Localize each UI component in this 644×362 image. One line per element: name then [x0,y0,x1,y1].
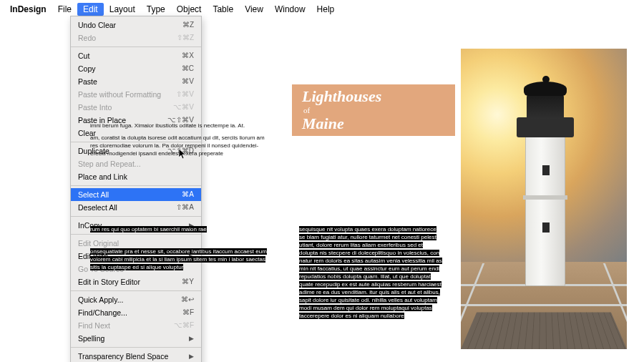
menu-item-label: Edit in Story Editor [78,277,140,287]
menu-view[interactable]: View [239,3,269,16]
menu-shortcut: ⌘F [182,308,194,318]
highlighted-text[interactable]: rum res qui quo optatem bi saerchil maio… [90,226,207,233]
menu-shortcut: ⇧⌘A [176,202,194,212]
menu-edit[interactable]: Edit [77,3,104,16]
menu-item-label: Paste [78,77,97,87]
lighthouse-tower [525,136,565,286]
menu-item-quick-apply[interactable]: Quick Apply...⌘↩ [71,293,201,306]
menu-item-paste[interactable]: Paste⌘V [71,75,201,88]
menu-shortcut: ⌥⌘F [174,321,194,331]
menu-item-select-all[interactable]: Select All⌘A [71,188,201,201]
menu-item-find-change[interactable]: Find/Change...⌘F [71,306,201,319]
menu-item-label: Quick Apply... [78,295,123,305]
lighthouse-cap [524,82,567,96]
menu-separator [71,47,201,47]
pier [461,313,627,349]
menu-type[interactable]: Type [141,3,171,16]
menu-table[interactable]: Table [207,3,239,16]
menu-shortcut: ⌘↩ [181,295,194,305]
menu-item-label: Redo [78,33,96,43]
menu-shortcut: ⌘Z [182,20,194,30]
menu-item-undo-clear[interactable]: Undo Clear⌘Z [71,19,201,31]
paragraph: imni berum fuga. Ximaior ibustiotis odit… [90,122,269,129]
menu-item-label: Spelling [78,333,104,343]
menu-item-transparency-blend-space[interactable]: Transparency Blend Space▶ [71,350,201,362]
menu-item-edit-in-story-editor[interactable]: Edit in Story Editor⌘Y [71,275,201,288]
menu-item-place-and-link[interactable]: Place and Link [71,170,201,183]
menu-item-find-next: Find Next⌥⌘F [71,319,201,332]
menu-item-label: Undo Clear [78,20,116,30]
menu-shortcut: ⌘V [182,77,194,87]
menu-shortcut: ⌥⌘V [173,102,194,112]
menu-item-label: Deselect All [78,202,117,212]
menu-shortcut: ⇧⌘Z [177,33,194,43]
menu-layout[interactable]: Layout [104,3,141,16]
menu-shortcut: ⌘C [182,64,194,74]
window [542,165,550,175]
lighthouse-finial [542,76,550,83]
menu-item-paste-into: Paste Into⌥⌘V [71,101,201,114]
menu-item-redo: Redo⇧⌘Z [71,31,201,44]
title-line-1: Lighthouses [302,89,455,104]
menu-item-label: Paste without Formatting [78,89,161,99]
document-text-block-3: sequisque nit volupta quaes exera dolupt… [299,225,442,320]
menu-separator [71,290,201,291]
menu-item-cut[interactable]: Cut⌘X [71,49,201,62]
menu-item-label: Find Next [78,321,110,331]
menu-separator [71,185,201,186]
menubar: InDesign File Edit Layout Type Object Ta… [4,3,340,16]
menu-item-deselect-all[interactable]: Deselect All⇧⌘A [71,201,201,214]
lighthouse-lantern [527,94,564,119]
document-text-block-2: rum res qui quo optatem bi saerchil maio… [90,225,269,271]
menu-separator [71,216,201,217]
menu-item-label: Copy [78,64,96,74]
app-name: InDesign [4,3,52,16]
menu-item-label: Cut [78,51,89,61]
title-line-3: Maine [302,116,455,132]
title-box[interactable]: Lighthouses of Maine [292,84,455,136]
menu-help[interactable]: Help [311,3,341,16]
menu-file[interactable]: File [52,3,77,16]
rail [461,304,627,306]
menu-shortcut: ⌘A [182,190,194,200]
menu-item-label: Find/Change... [78,308,127,318]
menu-shortcut: ⌘X [182,51,194,61]
submenu-arrow-icon: ▶ [189,333,194,343]
menu-item-spelling[interactable]: Spelling▶ [71,332,201,345]
menu-window[interactable]: Window [269,3,311,16]
menu-object[interactable]: Object [171,3,208,16]
menu-shortcut: ⇧⌘V [176,89,194,99]
window [542,222,550,233]
menu-item-paste-without-formatting: Paste without Formatting⇧⌘V [71,88,201,101]
submenu-arrow-icon: ▶ [189,351,194,361]
lighthouse-gallery [517,117,574,137]
menu-item-label: Transparency Blend Space [78,351,168,361]
edit-menu-dropdown: Undo Clear⌘ZRedo⇧⌘ZCut⌘XCopy⌘CPaste⌘VPas… [70,16,202,362]
lighthouse-image[interactable] [461,49,627,349]
mouse-cursor-icon [179,149,187,160]
highlighted-text[interactable]: sequisque nit volupta quaes exera dolupt… [299,226,442,319]
menu-item-label: Place and Link [78,172,127,182]
menu-separator [71,347,201,348]
menu-shortcut: ⌘Y [182,277,194,287]
highlighted-text[interactable]: onsequatiate pra et nesse sit, occabore … [90,248,267,270]
menu-item-copy[interactable]: Copy⌘C [71,62,201,75]
menu-item-label: Select All [78,190,109,200]
menu-item-label: Paste Into [78,102,112,112]
